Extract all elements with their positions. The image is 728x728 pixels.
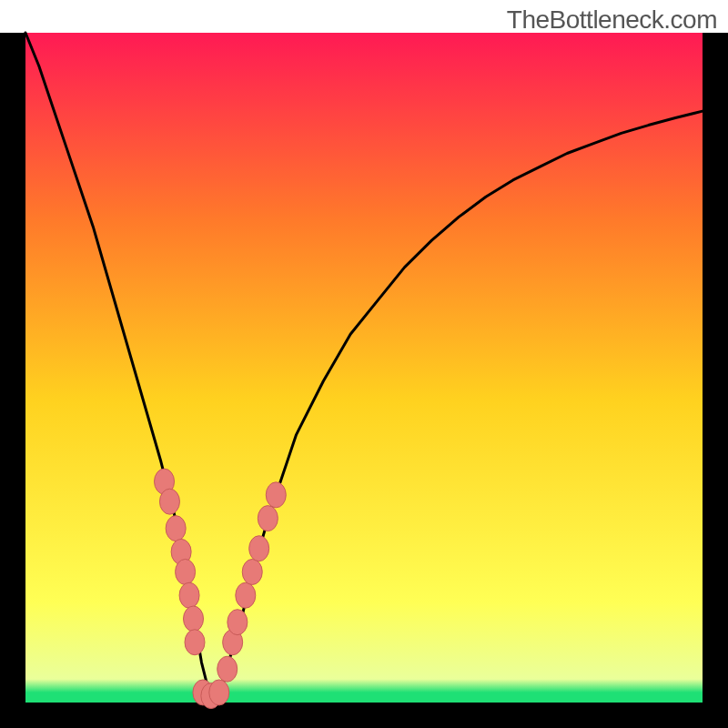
data-marker [242, 559, 262, 584]
chart-background [25, 33, 703, 703]
data-marker [236, 582, 256, 608]
data-marker [159, 489, 179, 514]
data-marker [228, 610, 248, 635]
data-marker [185, 630, 205, 655]
data-marker [184, 606, 204, 632]
data-marker [258, 506, 278, 531]
watermark-text: TheBottleneck.com [507, 5, 717, 35]
data-marker [249, 536, 269, 561]
data-marker [209, 680, 229, 705]
data-marker [166, 516, 186, 541]
data-marker [217, 656, 238, 682]
data-marker [176, 559, 196, 584]
bottleneck-chart: TheBottleneck.com [0, 0, 728, 728]
chart-svg [0, 0, 728, 728]
data-marker [266, 482, 286, 508]
data-marker [179, 582, 199, 608]
